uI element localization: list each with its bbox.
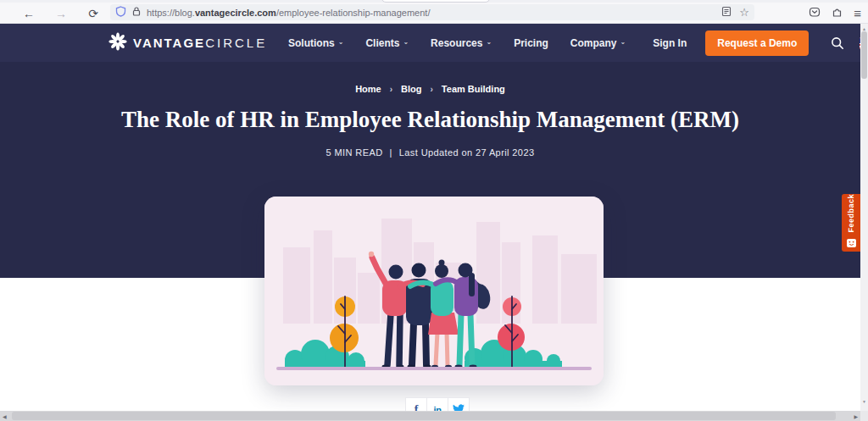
vertical-scrollbar-thumb[interactable] (861, 31, 867, 79)
nav-item-clients[interactable]: Clients⌄ (365, 37, 409, 49)
chevron-down-icon: ⌄ (620, 38, 626, 46)
hero-illustration (264, 197, 604, 385)
breadcrumb-separator-icon: › (431, 85, 433, 94)
hero-image-card (264, 197, 604, 385)
scroll-right-icon[interactable]: ▶ (854, 413, 858, 419)
breadcrumb: Home › Blog › Team Building (0, 84, 860, 94)
last-updated: Last Updated on 27 April 2023 (399, 147, 535, 158)
breadcrumb-home[interactable]: Home (355, 84, 381, 94)
scroll-down-icon[interactable]: ▼ (860, 399, 868, 404)
logo-starburst-icon (108, 32, 127, 54)
reload-button[interactable]: ⟳ (85, 7, 102, 20)
lock-icon[interactable] (131, 5, 142, 20)
feedback-tab[interactable]: Feedback (842, 194, 860, 252)
tracking-shield-icon[interactable] (115, 5, 126, 20)
breadcrumb-blog[interactable]: Blog (401, 84, 421, 94)
request-demo-button[interactable]: Request a Demo (705, 30, 809, 56)
scroll-left-icon[interactable]: ◀ (3, 413, 7, 419)
tab-strip (0, 0, 868, 3)
screen: ← → ⟳ https://blog.vantagecircle.com/emp… (0, 0, 868, 421)
address-bar[interactable]: https://blog.vantagecircle.com/employee-… (110, 4, 754, 20)
reader-view-icon[interactable] (721, 5, 732, 20)
back-button[interactable]: ← (20, 7, 37, 20)
sign-in-link[interactable]: Sign In (653, 37, 687, 49)
scrollbar-corner (860, 411, 868, 421)
vertical-scrollbar[interactable]: ▲ ▼ (860, 24, 868, 411)
browser-toolbar: ← → ⟳ https://blog.vantagecircle.com/emp… (0, 0, 868, 24)
pocket-icon[interactable] (809, 6, 821, 21)
horizontal-scrollbar-thumb[interactable] (12, 412, 836, 420)
article-meta: 5 MIN READ | Last Updated on 27 April 20… (0, 147, 860, 158)
feedback-label: Feedback (847, 194, 855, 233)
nav-item-pricing[interactable]: Pricing (514, 37, 548, 49)
nav-item-resources[interactable]: Resources⌄ (431, 37, 492, 49)
chevron-down-icon: ⌄ (403, 38, 409, 46)
search-icon[interactable] (831, 36, 844, 50)
app-menu-icon[interactable]: ≡ (854, 7, 861, 19)
meta-divider: | (390, 147, 392, 158)
forward-button[interactable]: → (53, 7, 70, 20)
breadcrumb-separator-icon: › (390, 85, 392, 94)
chevron-down-icon: ⌄ (486, 38, 492, 46)
logo-text: VANTAGECIRCLE (133, 36, 267, 50)
bookmark-star-icon[interactable]: ☆ (739, 6, 749, 19)
nav-item-solutions[interactable]: Solutions⌄ (288, 37, 343, 49)
main-menu: Solutions⌄ Clients⌄ Resources⌄ Pricing C… (288, 30, 868, 56)
nav-item-company[interactable]: Company⌄ (570, 37, 626, 49)
url-text[interactable]: https://blog.vantagecircle.com/employee-… (147, 8, 716, 18)
horizontal-scrollbar[interactable]: ◀ ▶ (0, 411, 860, 421)
page-title: The Role of HR in Employee Relationship … (66, 107, 795, 133)
vantage-circle-logo[interactable]: VANTAGECIRCLE (108, 32, 267, 54)
active-tab[interactable] (381, 0, 490, 3)
breadcrumb-team-building[interactable]: Team Building (442, 84, 505, 94)
feedback-smiley-icon (847, 236, 856, 252)
read-time: 5 MIN READ (326, 147, 383, 158)
chevron-down-icon: ⌄ (338, 38, 344, 46)
site-navbar: VANTAGECIRCLE Solutions⌄ Clients⌄ Resour… (0, 24, 860, 62)
extensions-icon[interactable] (832, 6, 843, 21)
